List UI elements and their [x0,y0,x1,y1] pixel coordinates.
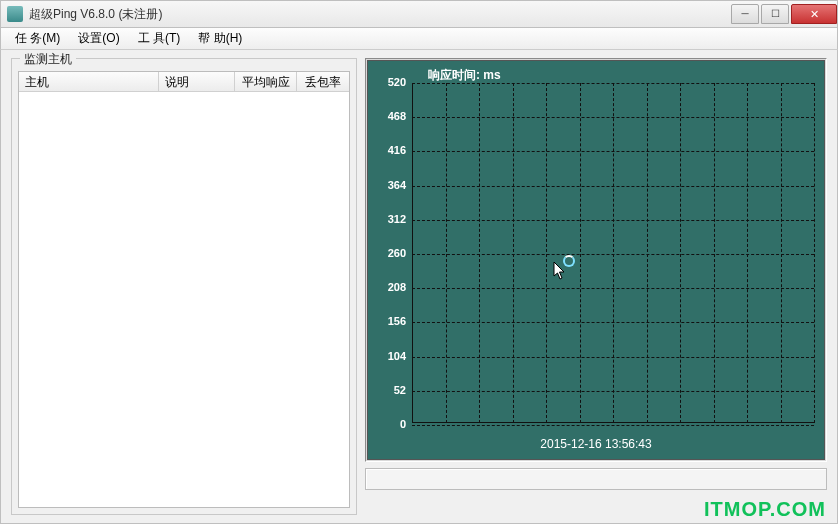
y-tick-label: 312 [372,213,406,225]
close-icon: ✕ [810,9,819,20]
grid-line-v [680,83,681,423]
chart-panel: 响应时间: ms 2015-12-16 13:56:43 05210415620… [361,50,837,523]
grid-line-v [781,83,782,423]
menubar: 任 务(M) 设置(O) 工 具(T) 帮 助(H) [0,28,838,50]
grid-line-v [513,83,514,423]
y-tick-label: 260 [372,247,406,259]
y-tick-label: 208 [372,281,406,293]
col-loss[interactable]: 丢包率 [297,72,349,92]
y-tick-label: 156 [372,315,406,327]
menu-help[interactable]: 帮 助(H) [190,27,250,50]
col-host[interactable]: 主机 [19,72,159,92]
hosts-column-header: 主机 说明 平均响应 丢包率 [19,72,349,92]
window-title: 超级Ping V6.8.0 (未注册) [29,6,729,23]
grid-line-v [714,83,715,423]
grid-line-v [647,83,648,423]
grid-line-v [747,83,748,423]
window-buttons: ─ ☐ ✕ [729,4,837,24]
grid-line-v [479,83,480,423]
hosts-group-title: 监测主机 [20,51,76,68]
busy-spinner-icon [563,255,575,267]
grid-line-v [446,83,447,423]
mouse-cursor [553,261,567,281]
y-tick-label: 416 [372,144,406,156]
y-tick-label: 104 [372,350,406,362]
hosts-groupbox: 监测主机 主机 说明 平均响应 丢包率 [11,58,357,515]
chart-frame: 响应时间: ms 2015-12-16 13:56:43 05210415620… [365,58,827,462]
y-tick-label: 364 [372,179,406,191]
menu-task[interactable]: 任 务(M) [7,27,68,50]
hosts-listbody[interactable] [19,92,349,507]
grid-line-v [546,83,547,423]
y-tick-label: 468 [372,110,406,122]
grid-line-v [814,83,815,423]
titlebar: 超级Ping V6.8.0 (未注册) ─ ☐ ✕ [0,0,838,28]
app-icon [7,6,23,22]
status-bar [365,468,827,490]
hosts-panel: 监测主机 主机 说明 平均响应 丢包率 [1,50,361,523]
chart-title: 响应时间: ms [428,67,501,84]
menu-config[interactable]: 设置(O) [70,27,127,50]
response-time-chart: 响应时间: ms 2015-12-16 13:56:43 05210415620… [367,60,825,460]
menu-tool[interactable]: 工 具(T) [130,27,189,50]
close-button[interactable]: ✕ [791,4,837,24]
y-tick-label: 0 [372,418,406,430]
grid-line-v [412,83,413,423]
col-desc[interactable]: 说明 [159,72,235,92]
grid-line-v [613,83,614,423]
hosts-listview[interactable]: 主机 说明 平均响应 丢包率 [18,71,350,508]
maximize-icon: ☐ [771,9,780,19]
chart-timestamp: 2015-12-16 13:56:43 [368,437,824,451]
minimize-icon: ─ [741,9,748,19]
grid-line-v [580,83,581,423]
y-tick-label: 52 [372,384,406,396]
minimize-button[interactable]: ─ [731,4,759,24]
y-tick-label: 520 [372,76,406,88]
col-avg[interactable]: 平均响应 [235,72,297,92]
maximize-button[interactable]: ☐ [761,4,789,24]
client-area: 监测主机 主机 说明 平均响应 丢包率 响应时间: ms 2015-12-16 … [0,50,838,524]
grid-line-h [412,425,814,426]
